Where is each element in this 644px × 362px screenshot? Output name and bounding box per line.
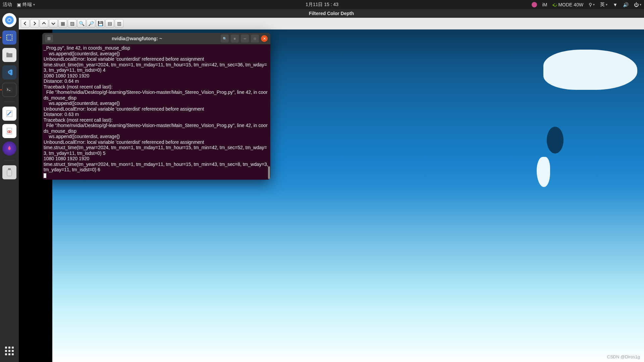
chevron-down-icon: ▾ bbox=[593, 3, 595, 6]
terminal-line: ws.append([counterdist, average]) bbox=[44, 134, 269, 139]
svg-rect-10 bbox=[7, 170, 12, 176]
dock-separator bbox=[4, 160, 14, 161]
new-tab-button[interactable]: ⊞ bbox=[45, 35, 53, 43]
terminal-titlebar[interactable]: ⊞ nvidia@wangfutong: ~ 🔍 ≡ ─ □ ✕ bbox=[42, 33, 270, 44]
show-applications-button[interactable] bbox=[2, 344, 16, 358]
terminal-line: UnboundLocalError: local variable 'count… bbox=[44, 56, 269, 62]
zoom-out-icon: 🔎 bbox=[88, 21, 94, 26]
ime-menu[interactable]: 英▾ bbox=[600, 2, 607, 8]
mode-label: MODE 40W bbox=[558, 2, 583, 7]
dock-flame[interactable] bbox=[2, 141, 16, 156]
flame-icon bbox=[6, 145, 13, 152]
wifi-icon: ▼ bbox=[613, 2, 618, 7]
zoom-in-icon: 🔍 bbox=[79, 21, 85, 26]
save-button[interactable]: 💾 bbox=[96, 19, 105, 28]
terminal-line: File "/home/nvidia/Desktop/gf-learning/S… bbox=[44, 123, 269, 134]
chromium-icon bbox=[5, 15, 14, 25]
terminal-small-icon: ▣ bbox=[17, 2, 21, 7]
terminal-line: 1080 1080 1920 1920 bbox=[44, 156, 269, 162]
status-indicator[interactable] bbox=[532, 2, 537, 7]
terminal-cursor bbox=[44, 173, 46, 178]
dock-terminal[interactable] bbox=[2, 83, 16, 97]
nav-up-button[interactable] bbox=[40, 19, 48, 28]
close-button[interactable]: ✕ bbox=[261, 35, 268, 42]
terminal-line: time.struct_time(tm_year=2024, tm_mon=1,… bbox=[44, 145, 269, 156]
ime-label: 英 bbox=[600, 2, 605, 8]
nvidia-icon bbox=[552, 2, 557, 7]
accessibility-icon: ⚲ bbox=[589, 2, 592, 7]
scrollbar-thumb[interactable] bbox=[268, 166, 270, 179]
power-menu[interactable]: ⏻▾ bbox=[634, 2, 641, 7]
menu-icon: ≡ bbox=[234, 37, 236, 41]
search-button[interactable]: 🔍 bbox=[221, 35, 229, 43]
svg-point-2 bbox=[8, 19, 11, 21]
zoom-out-button[interactable]: 🔎 bbox=[87, 19, 95, 28]
tool-button-1[interactable]: ▤ bbox=[105, 19, 114, 28]
app-menu-label: 终端 bbox=[22, 2, 32, 8]
dock-chromium[interactable] bbox=[2, 13, 16, 27]
minimize-button[interactable]: ─ bbox=[241, 35, 249, 43]
screenshot-icon bbox=[5, 34, 13, 42]
accessibility-menu[interactable]: ⚲▾ bbox=[589, 2, 595, 7]
activities-button[interactable]: 活动 bbox=[3, 2, 12, 8]
nav-back-button[interactable] bbox=[21, 19, 30, 28]
dock-text-editor[interactable] bbox=[2, 107, 16, 121]
volume-indicator[interactable]: 🔊 bbox=[623, 2, 629, 7]
zoom-in-button[interactable]: 🔍 bbox=[77, 19, 86, 28]
top-panel: 活动 ▣ 终端 ▾ 1月11日 15 : 43 iM MODE 40W ⚲▾ 英… bbox=[0, 0, 644, 9]
view-button-2[interactable]: ▨ bbox=[68, 19, 76, 28]
network-indicator[interactable]: ▼ bbox=[613, 2, 618, 7]
pink-dot-icon bbox=[532, 2, 537, 7]
maximize-button[interactable]: □ bbox=[251, 35, 259, 43]
depth-blob bbox=[543, 50, 637, 90]
terminal-line: ws.append([counterdist, average]) bbox=[44, 101, 269, 106]
terminal-line: time.struct_time(tm_year=2024, tm_mon=1,… bbox=[44, 62, 269, 73]
close-icon: ✕ bbox=[263, 37, 266, 41]
input-method-indicator[interactable]: iM bbox=[542, 2, 547, 7]
terminal-line: ws.append([counterdist, average]) bbox=[44, 51, 269, 57]
tool-button-2[interactable]: ▥ bbox=[115, 19, 123, 28]
terminal-scrollbar[interactable] bbox=[267, 44, 270, 180]
nvidia-mode-indicator[interactable]: MODE 40W bbox=[552, 2, 583, 7]
usb-icon bbox=[6, 168, 13, 177]
dock bbox=[0, 9, 19, 362]
terminal-line: UnboundLocalError: local variable 'count… bbox=[44, 106, 269, 112]
nav-down-button[interactable] bbox=[49, 19, 58, 28]
files-icon bbox=[5, 51, 13, 59]
minimize-icon: ─ bbox=[244, 37, 246, 41]
terminal-line: Traceback (most recent call last): bbox=[44, 84, 269, 90]
view-button-1[interactable]: ▦ bbox=[58, 19, 67, 28]
terminal-line: Distance: 0.63 m bbox=[44, 112, 269, 117]
save-icon: 💾 bbox=[98, 21, 103, 26]
image-viewer-toolbar: ▦ ▨ 🔍 🔎 💾 ▤ ▥ bbox=[19, 18, 644, 29]
terminal-window[interactable]: ⊞ nvidia@wangfutong: ~ 🔍 ≡ ─ □ ✕ _Prog.p… bbox=[42, 33, 270, 180]
terminal-line: Distance: 0.64 m bbox=[44, 78, 269, 84]
dock-screenshot[interactable] bbox=[2, 31, 16, 45]
depth-blob bbox=[537, 157, 550, 187]
svg-rect-4 bbox=[6, 87, 13, 93]
dock-separator bbox=[4, 102, 14, 102]
nav-forward-button[interactable] bbox=[30, 19, 39, 28]
depth-blob bbox=[547, 127, 564, 154]
app-menu[interactable]: ▣ 终端 ▾ bbox=[17, 2, 35, 8]
terminal-line: Traceback (most recent call last): bbox=[44, 117, 269, 123]
svg-rect-9 bbox=[8, 168, 11, 170]
power-icon: ⏻ bbox=[634, 2, 639, 7]
terminal-line: time.struct_time(tm_year=2024, tm_mon=1,… bbox=[44, 162, 269, 173]
hamburger-menu-button[interactable]: ≡ bbox=[231, 35, 239, 43]
clock[interactable]: 1月11日 15 : 43 bbox=[306, 2, 338, 8]
chevron-down-icon: ▾ bbox=[33, 3, 35, 6]
terminal-body[interactable]: _Prog.py", line 42, in coords_mouse_disp… bbox=[42, 44, 270, 180]
gedit-icon bbox=[5, 110, 13, 118]
document-viewer-icon bbox=[5, 127, 13, 135]
window-title: Filtered Color Depth bbox=[309, 11, 354, 16]
terminal-icon bbox=[5, 86, 13, 94]
dock-usb-drive[interactable] bbox=[2, 165, 16, 179]
terminal-line: _Prog.py", line 42, in coords_mouse_disp bbox=[44, 45, 269, 51]
terminal-title: nvidia@wangfutong: ~ bbox=[55, 36, 219, 41]
terminal-line: 1080 1080 1920 1920 bbox=[44, 73, 269, 79]
dock-vscode[interactable] bbox=[2, 65, 16, 79]
dock-evince[interactable] bbox=[2, 124, 16, 138]
svg-rect-3 bbox=[7, 35, 12, 40]
dock-files[interactable] bbox=[2, 48, 16, 62]
